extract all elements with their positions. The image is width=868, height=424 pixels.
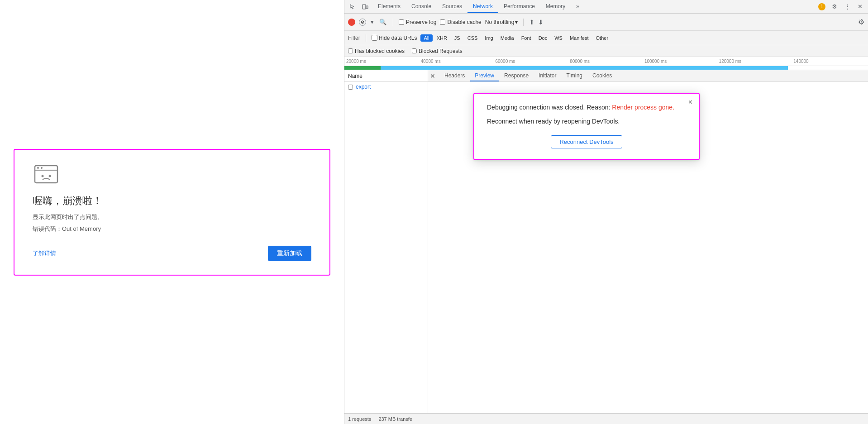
svg-point-2 [37, 167, 39, 169]
marker-80000: 80000 ms [570, 59, 644, 64]
disable-cache-checkbox[interactable] [440, 19, 445, 25]
filter-font[interactable]: Font [518, 34, 534, 42]
filter-all[interactable]: All [420, 34, 432, 42]
throttle-arrow: ▾ [515, 19, 518, 25]
reconnect-devtools-button[interactable]: Reconnect DevTools [551, 135, 622, 148]
preserve-log-checkbox[interactable] [399, 19, 404, 25]
preview-tabs-bar: ✕ Headers Preview Response Initiator Tim… [428, 70, 868, 82]
timeline-bar [344, 66, 868, 70]
has-blocked-cookies-checkbox[interactable] [348, 48, 353, 53]
marker-20000: 20000 ms [346, 59, 421, 64]
tab-preview[interactable]: Preview [470, 71, 499, 81]
svg-point-3 [41, 167, 43, 169]
reconnect-reason: Render process gone. [612, 104, 674, 111]
filter-icon[interactable]: ▾ [370, 18, 375, 26]
timeline-blue-bar [381, 66, 788, 70]
svg-point-5 [49, 175, 51, 177]
row-checkbox[interactable] [348, 85, 353, 90]
clear-button[interactable]: ⊘ [359, 19, 366, 26]
filter-js[interactable]: JS [451, 34, 463, 42]
separator-3 [366, 34, 366, 42]
blocked-requests-group: Blocked Requests [412, 48, 463, 54]
settings-icon[interactable]: ⚙ [829, 1, 840, 12]
has-blocked-cookies-label: Has blocked cookies [355, 48, 405, 54]
marker-40000: 40000 ms [421, 59, 496, 64]
preserve-log-label: Preserve log [406, 19, 436, 25]
reconnect-dialog: × Debugging connection was closed. Reaso… [473, 93, 700, 160]
tab-initiator[interactable]: Initiator [534, 71, 561, 81]
crash-title: 喔嗨，崩溃啦！ [33, 194, 311, 208]
reconnect-dialog-wrap: × Debugging connection was closed. Reaso… [473, 93, 700, 160]
warning-count: 1 [818, 3, 825, 10]
tab-memory[interactable]: Memory [540, 0, 571, 13]
tab-response[interactable]: Response [500, 71, 533, 81]
svg-rect-7 [366, 6, 368, 9]
tab-timing[interactable]: Timing [562, 71, 587, 81]
throttle-label: No throttling [485, 19, 515, 25]
close-preview-icon[interactable]: ✕ [430, 72, 435, 80]
transfer-size: 237 MB transfe [378, 416, 412, 422]
blocked-requests-label: Blocked Requests [419, 48, 463, 54]
filter-types: All XHR JS CSS Img Media Font Doc WS Man… [420, 34, 611, 42]
filter-manifest[interactable]: Manifest [567, 34, 592, 42]
close-devtools-icon[interactable]: ✕ [854, 1, 865, 12]
upload-icon[interactable]: ⬆ [529, 19, 534, 26]
filter-other[interactable]: Other [593, 34, 612, 42]
network-settings-icon[interactable]: ⚙ [858, 18, 864, 26]
tab-elements[interactable]: Elements [372, 0, 406, 13]
has-blocked-cookies-group: Has blocked cookies [348, 48, 405, 54]
marker-100000: 100000 ms [644, 59, 719, 64]
devtools-main-tabs: Elements Console Sources Network Perform… [372, 0, 585, 13]
timeline-markers: 20000 ms 40000 ms 60000 ms 80000 ms 1000… [344, 59, 868, 64]
separator-2 [523, 19, 524, 26]
filter-img[interactable]: Img [482, 34, 496, 42]
blocked-row: Has blocked cookies Blocked Requests [344, 45, 868, 57]
crash-card: 喔嗨，崩溃啦！ 显示此网页时出了点问题。 错误代码：Out of Memory … [14, 149, 330, 276]
network-toolbar: ⊘ ▾ 🔍 Preserve log Disable cache No thro… [344, 14, 868, 31]
tab-more[interactable]: » [571, 0, 585, 13]
filter-media[interactable]: Media [497, 34, 517, 42]
filter-label: Filter [348, 35, 360, 41]
inspect-icon[interactable] [347, 1, 358, 12]
reload-button[interactable]: 重新加载 [268, 246, 311, 261]
download-icon[interactable]: ⬇ [538, 19, 544, 26]
warning-badge-wrap[interactable]: 1 [816, 1, 827, 12]
devtools-panel: Elements Console Sources Network Perform… [344, 0, 868, 424]
name-panel: Name export [344, 70, 428, 413]
tab-console[interactable]: Console [406, 0, 437, 13]
browser-page: 喔嗨，崩溃啦！ 显示此网页时出了点问题。 错误代码：Out of Memory … [0, 0, 344, 424]
tab-performance[interactable]: Performance [498, 0, 540, 13]
table-row[interactable]: export [344, 82, 428, 92]
more-options-icon[interactable]: ⋮ [842, 1, 853, 12]
learn-more-link[interactable]: 了解详情 [33, 249, 56, 257]
svg-point-4 [42, 175, 44, 177]
separator-1 [393, 19, 393, 26]
svg-rect-6 [362, 5, 366, 9]
device-icon[interactable] [360, 1, 371, 12]
hide-data-urls-group: Hide data URLs [372, 35, 417, 41]
throttle-select[interactable]: No throttling ▾ [485, 19, 518, 25]
filter-xhr[interactable]: XHR [434, 34, 450, 42]
filter-css[interactable]: CSS [464, 34, 481, 42]
devtools-topbar: Elements Console Sources Network Perform… [344, 0, 868, 14]
preserve-log-group: Preserve log [399, 19, 436, 25]
network-split: Name export ✕ Headers Preview Response I… [344, 70, 868, 413]
record-button[interactable] [348, 19, 355, 26]
tab-headers[interactable]: Headers [440, 71, 469, 81]
hide-data-urls-label: Hide data URLs [379, 35, 417, 41]
search-icon[interactable]: 🔍 [378, 18, 387, 26]
reconnect-close-icon[interactable]: × [688, 98, 692, 106]
filter-ws[interactable]: WS [551, 34, 566, 42]
blocked-requests-checkbox[interactable] [412, 48, 417, 53]
timeline-green-bar [344, 66, 381, 70]
filter-doc[interactable]: Doc [535, 34, 551, 42]
tab-network[interactable]: Network [467, 0, 498, 13]
disable-cache-label: Disable cache [447, 19, 481, 25]
crash-description: 显示此网页时出了点问题。 [33, 213, 311, 221]
hide-data-urls-checkbox[interactable] [372, 35, 377, 41]
tab-sources[interactable]: Sources [437, 0, 467, 13]
name-column-label: Name [348, 73, 362, 79]
reconnect-btn-wrap: Reconnect DevTools [487, 135, 686, 148]
tab-cookies[interactable]: Cookies [588, 71, 616, 81]
filter-row: Filter Hide data URLs All XHR JS CSS Img… [344, 31, 868, 45]
